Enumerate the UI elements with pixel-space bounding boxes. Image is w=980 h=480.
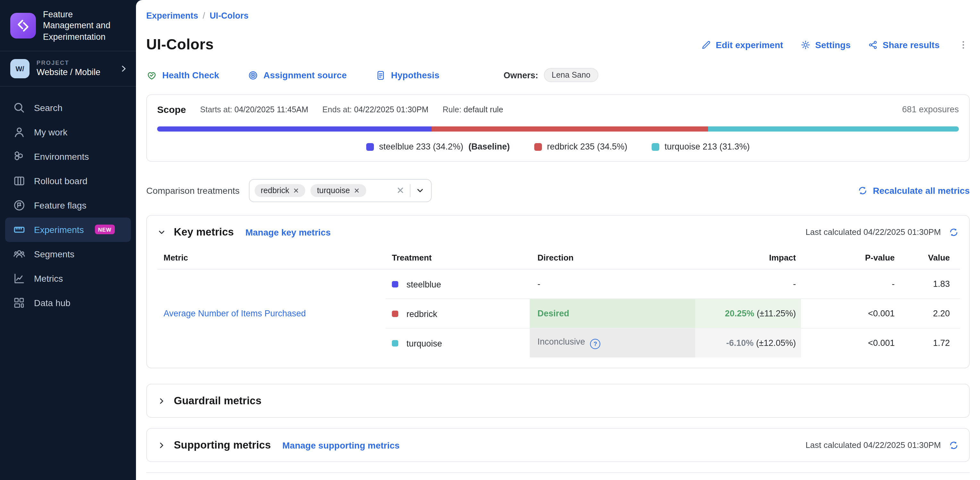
- column-header-impact: Impact: [695, 246, 801, 269]
- assignment-source-label: Assignment source: [263, 70, 347, 80]
- sidebar-item-environments[interactable]: Environments: [0, 144, 136, 169]
- treatment-cell: redbrick: [385, 299, 530, 328]
- share-results-button[interactable]: Share results: [868, 40, 940, 50]
- sidebar-item-label: Experiments: [34, 225, 84, 235]
- manage-key-metrics-link[interactable]: Manage key metrics: [245, 227, 331, 237]
- share-results-label: Share results: [883, 40, 940, 50]
- metric-link[interactable]: Average Number of Items Purchased: [164, 309, 306, 318]
- legend-swatch: [652, 143, 659, 150]
- grid-icon: [13, 297, 25, 309]
- chevron-down-icon[interactable]: [415, 186, 424, 195]
- sidebar-item-data-hub[interactable]: Data hub: [0, 291, 136, 315]
- direction-cell: Inconclusive?: [530, 328, 695, 357]
- key-metrics-title: Key metrics: [174, 226, 234, 238]
- sidebar-item-rollout-board[interactable]: Rollout board: [0, 169, 136, 193]
- sidebar-nav: Search My work Environments: [0, 87, 136, 315]
- owners-label: Owners:: [503, 70, 538, 80]
- quick-links-row: Health Check Assignment source Hypothesi…: [146, 68, 970, 82]
- remove-chip-icon[interactable]: ✕: [293, 187, 299, 195]
- sidebar-item-metrics[interactable]: Metrics: [0, 266, 136, 291]
- more-menu-button[interactable]: [957, 39, 970, 50]
- direction-cell: -: [530, 269, 695, 299]
- recalculate-all-button[interactable]: Recalculate all metrics: [858, 185, 970, 196]
- help-icon[interactable]: ?: [590, 339, 601, 349]
- impact-cell: 20.25% (±11.25%): [695, 299, 801, 328]
- pencil-icon: [701, 40, 711, 50]
- legend-swatch: [534, 143, 542, 150]
- guardrail-metrics-title: Guardrail metrics: [174, 395, 261, 407]
- sidebar-item-feature-flags[interactable]: Feature flags: [0, 193, 136, 217]
- table-header-row: Metric Treatment Direction Impact P-valu…: [157, 246, 960, 269]
- treatment-swatch: [392, 281, 398, 287]
- health-check-link[interactable]: Health Check: [146, 70, 219, 81]
- breadcrumb-separator: /: [203, 11, 205, 21]
- owners-group: Owners: Lena Sano: [503, 68, 598, 82]
- column-header-value: Value: [912, 246, 960, 269]
- sidebar-item-label: Environments: [34, 151, 89, 162]
- share-icon: [868, 40, 878, 50]
- impact-cell: -: [695, 269, 801, 299]
- heart-check-icon: [146, 70, 157, 81]
- sidebar-item-my-work[interactable]: My work: [0, 120, 136, 144]
- key-metrics-card: Key metrics Manage key metrics Last calc…: [146, 215, 970, 368]
- chip-redbrick[interactable]: redbrick ✕: [254, 184, 305, 197]
- scope-card: Scope Starts at: 04/20/2025 11:45AM Ends…: [146, 94, 970, 162]
- supporting-metrics-header[interactable]: Supporting metrics Manage supporting met…: [157, 439, 959, 451]
- supporting-metrics-title: Supporting metrics: [174, 439, 271, 451]
- sidebar-item-label: Metrics: [34, 273, 63, 284]
- legend-item-steelblue: steelblue 233 (34.2%) (Baseline): [366, 142, 510, 151]
- project-name: Website / Mobile: [37, 68, 112, 77]
- owner-chip[interactable]: Lena Sano: [544, 68, 598, 82]
- breadcrumb-parent-link[interactable]: Experiments: [146, 11, 198, 21]
- column-header-pvalue: P-value: [801, 246, 912, 269]
- collapse-chevron-down-icon[interactable]: [157, 228, 166, 236]
- edit-experiment-button[interactable]: Edit experiment: [701, 40, 783, 50]
- last-calculated-text: Last calculated 04/22/2025 01:30PM: [805, 440, 941, 450]
- chevron-right-icon: [119, 64, 128, 73]
- assignment-source-link[interactable]: Assignment source: [247, 70, 347, 81]
- treatment-cell: turquoise: [385, 328, 530, 357]
- legend-label: redbrick 235 (34.5%): [547, 142, 628, 151]
- legend-label: turquoise 213 (31.3%): [665, 142, 750, 151]
- hexagons-icon: [13, 150, 25, 163]
- treatment-name: steelblue: [407, 279, 441, 289]
- key-metrics-header[interactable]: Key metrics Manage key metrics Last calc…: [157, 226, 959, 238]
- guardrail-metrics-header[interactable]: Guardrail metrics: [157, 395, 959, 407]
- app-window: Feature Management and Experimentation W…: [0, 0, 980, 480]
- bottom-divider: [146, 472, 970, 473]
- document-icon: [375, 70, 386, 81]
- breadcrumb-current-link[interactable]: UI-Colors: [210, 11, 249, 21]
- breadcrumb: Experiments / UI-Colors: [146, 11, 970, 21]
- sidebar-item-search[interactable]: Search: [0, 96, 136, 120]
- refresh-icon[interactable]: [948, 227, 959, 237]
- hypothesis-link[interactable]: Hypothesis: [375, 70, 439, 81]
- target-icon: [247, 70, 258, 81]
- collapse-chevron-right-icon[interactable]: [157, 440, 166, 450]
- settings-button[interactable]: Settings: [800, 40, 850, 50]
- legend-item-turquoise: turquoise 213 (31.3%): [652, 142, 750, 151]
- bar-segment-redbrick: [431, 126, 708, 132]
- treatment-swatch: [392, 311, 398, 317]
- settings-label: Settings: [815, 40, 850, 50]
- sidebar-item-segments[interactable]: Segments: [0, 242, 136, 266]
- clear-selection-icon[interactable]: ✕: [396, 185, 404, 196]
- refresh-icon[interactable]: [948, 440, 959, 450]
- remove-chip-icon[interactable]: ✕: [354, 187, 360, 195]
- project-switcher[interactable]: W/ PROJECT Website / Mobile: [0, 51, 136, 87]
- sidebar-item-label: Rollout board: [34, 176, 88, 186]
- direction-cell: Desired: [530, 299, 695, 328]
- pvalue-cell: <0.001: [801, 299, 912, 328]
- sidebar-item-experiments[interactable]: Experiments NEW: [5, 217, 131, 242]
- gear-icon: [800, 40, 811, 50]
- recalculate-all-label: Recalculate all metrics: [873, 185, 970, 196]
- last-calculated-text: Last calculated 04/22/2025 01:30PM: [805, 227, 941, 237]
- chip-turquoise[interactable]: turquoise ✕: [310, 184, 366, 197]
- collapse-chevron-right-icon[interactable]: [157, 396, 166, 405]
- value-cell: 2.20: [912, 299, 960, 328]
- manage-supporting-metrics-link[interactable]: Manage supporting metrics: [283, 440, 400, 450]
- comparison-treatments-select[interactable]: redbrick ✕ turquoise ✕ ✕: [248, 179, 431, 202]
- sidebar-item-label: Search: [34, 103, 62, 113]
- treatment-name: redbrick: [407, 309, 438, 319]
- main-content: Experiments / UI-Colors UI-Colors Edit e…: [136, 0, 980, 480]
- chip-label: turquoise: [317, 186, 350, 195]
